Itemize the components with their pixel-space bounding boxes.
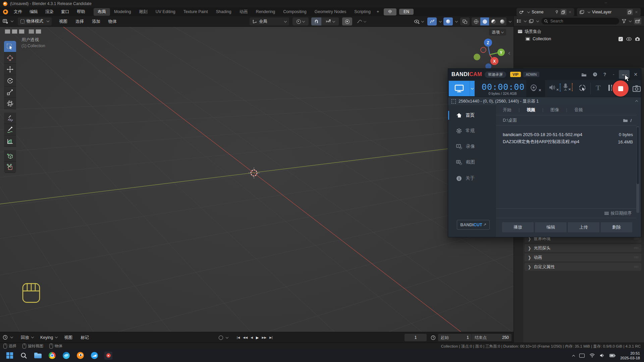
text-overlay-button[interactable]: T: [596, 83, 601, 92]
menu-edit[interactable]: 编辑: [26, 7, 42, 16]
mode-selector[interactable]: 物体模式: [18, 17, 52, 25]
workspace-tab-rendering[interactable]: Rendering: [252, 8, 279, 15]
viewport-canvas[interactable]: 用户透视 (1) Collection 选项 Z Y X: [0, 27, 514, 332]
collapse-icon[interactable]: -: [613, 72, 614, 77]
new-collection-button[interactable]: [634, 18, 641, 24]
outliner-filter-button[interactable]: [622, 19, 631, 23]
bandicam-tray-button[interactable]: [104, 352, 112, 360]
tool-scale[interactable]: [4, 86, 16, 98]
shading-rendered-button[interactable]: [498, 17, 506, 25]
panel-grip-icon[interactable]: ∷∷: [634, 256, 639, 259]
workspace-tab-sculpt[interactable]: 雕刻: [135, 8, 152, 16]
menu-help[interactable]: 帮助: [73, 7, 89, 16]
add-workspace-button[interactable]: +: [375, 8, 381, 15]
taskbar-search-button[interactable]: [20, 352, 28, 360]
workspace-tab-animation[interactable]: 动画: [235, 8, 252, 16]
nav-general[interactable]: 常规: [448, 126, 496, 136]
panel-grip-icon[interactable]: ∷∷: [634, 246, 639, 250]
tab-start[interactable]: 开始: [499, 107, 515, 113]
nav-recording[interactable]: 录像: [448, 141, 496, 152]
pause-button[interactable]: [608, 85, 612, 91]
shading-wireframe-button[interactable]: [472, 17, 480, 25]
tray-display-icon[interactable]: [579, 354, 585, 358]
timeline-clock-icon[interactable]: [431, 335, 436, 340]
sort-bar[interactable]: 按日期排序: [496, 208, 636, 218]
bandicam-titlebar[interactable]: BANDICAM 班迪录屏 VIP ADMIN ? - — ✕: [448, 69, 641, 80]
menu-render[interactable]: 渲染: [42, 7, 57, 16]
tool-annotate-lines[interactable]: [4, 113, 16, 124]
collection-row[interactable]: Collection ✓: [514, 35, 644, 43]
viewport-menu-add[interactable]: 添加: [88, 16, 104, 27]
timeline-keying-menu[interactable]: Keying: [36, 332, 57, 343]
workspace-tab-texpaint[interactable]: Texture Paint: [179, 8, 212, 15]
tool-custom-cut[interactable]: [4, 162, 16, 173]
close-icon[interactable]: ✕: [634, 72, 638, 77]
play-reverse-button[interactable]: ◀: [251, 336, 253, 339]
timeline-view-menu[interactable]: 视图: [60, 332, 76, 343]
viewport-menu-view[interactable]: 视图: [55, 16, 71, 27]
viewlayer-copy-button[interactable]: [627, 9, 633, 15]
wifi-icon[interactable]: [589, 353, 595, 358]
folder-icon[interactable]: [623, 118, 628, 122]
snap-target-button[interactable]: [321, 17, 339, 25]
output-folder-icon[interactable]: [581, 72, 587, 77]
outliner-search-box[interactable]: [541, 18, 619, 24]
record-mode-dropdown[interactable]: [470, 81, 475, 96]
snap-toggle-button[interactable]: [311, 17, 321, 25]
file-explorer-button[interactable]: [34, 352, 42, 360]
workspace-tab-layout[interactable]: 布局: [94, 8, 110, 16]
viewlayer-delete-icon[interactable]: ✕: [635, 10, 638, 14]
pivot-point-button[interactable]: [292, 17, 309, 25]
tool-measure[interactable]: [4, 135, 16, 147]
tool-move[interactable]: [4, 64, 16, 75]
viewlayer-selector[interactable]: ViewLayer ✕: [577, 8, 641, 16]
workspace-tab-modeling[interactable]: Modeling: [110, 8, 135, 15]
bandicut-link[interactable]: BANDICUT ↗: [457, 220, 490, 230]
pin-icon[interactable]: [555, 10, 558, 14]
proportional-falloff-button[interactable]: [354, 17, 369, 25]
viewport-menu-object[interactable]: 物体: [104, 16, 121, 27]
chrome-button[interactable]: [48, 352, 56, 360]
volume-icon[interactable]: [600, 353, 605, 358]
nav-about[interactable]: 关于: [448, 173, 496, 183]
overlays-dropdown[interactable]: [453, 17, 458, 25]
workspace-tab-compositing[interactable]: Compositing: [279, 8, 310, 15]
file-list-scrollbar[interactable]: [636, 126, 639, 213]
nav-screenshot[interactable]: 截图: [448, 157, 496, 167]
speaker-toggle-button[interactable]: ✕: [549, 83, 561, 92]
tray-clock[interactable]: 20:51 2025-03-18: [620, 351, 643, 360]
path-root-slash[interactable]: /: [630, 118, 632, 123]
battery-icon[interactable]: [609, 354, 615, 357]
collapse-panel-chevron[interactable]: [635, 100, 638, 103]
output-path-bar[interactable]: D:\桌面 /: [496, 115, 636, 126]
show-gizmo-visibility-button[interactable]: [411, 17, 426, 25]
mic-toggle-button[interactable]: ✕: [563, 83, 574, 91]
panel-animation[interactable]: ❯ 动画 ∷∷: [525, 253, 641, 261]
lang-en-button[interactable]: EN: [399, 9, 414, 15]
timeline-playback-menu[interactable]: 回放: [17, 332, 34, 343]
menu-file[interactable]: 文件: [10, 7, 26, 16]
prev-keyframe-button[interactable]: ◀◀: [243, 336, 248, 339]
tim-app-button[interactable]: [90, 352, 98, 360]
webcam-toggle-button[interactable]: ✕: [526, 80, 545, 97]
proportional-edit-button[interactable]: [342, 17, 352, 25]
panel-light-probes[interactable]: ❯ 光照探头 ∷∷: [525, 244, 641, 252]
stop-record-button[interactable]: [612, 80, 629, 97]
schedule-clock-icon[interactable]: [593, 72, 597, 77]
play-file-button[interactable]: 播放: [502, 222, 534, 232]
gizmos-toggle-button[interactable]: [427, 17, 437, 25]
workspace-tab-scripting[interactable]: Scripting: [350, 8, 375, 15]
frame-end-field[interactable]: 结束点 250: [472, 334, 512, 341]
play-button[interactable]: ▶: [256, 336, 259, 340]
screen-record-mode-button[interactable]: [449, 81, 470, 96]
tool-rotate[interactable]: [4, 75, 16, 86]
render-camera-icon[interactable]: [635, 37, 640, 41]
tool-cursor[interactable]: [4, 52, 16, 64]
tool-select-box[interactable]: [4, 41, 16, 52]
viewport-menu-select[interactable]: 选择: [71, 16, 88, 27]
delete-file-button[interactable]: 删除: [601, 222, 632, 232]
hide-eye-icon[interactable]: [626, 37, 632, 41]
collection-checkbox[interactable]: ✓: [619, 37, 623, 41]
lang-zh-button[interactable]: 中: [384, 8, 396, 15]
blender-menu-logo-icon[interactable]: [3, 9, 8, 14]
